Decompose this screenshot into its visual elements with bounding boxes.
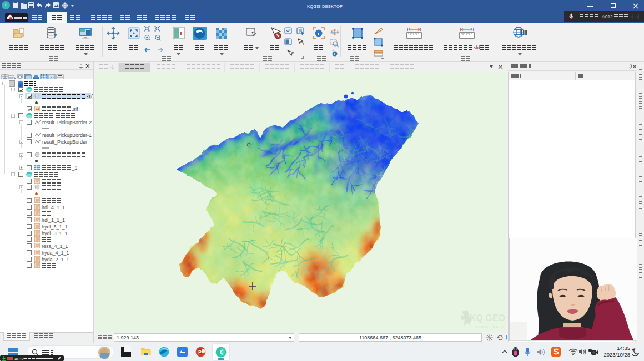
svg-text:KQ GEO: KQ GEO [470, 313, 505, 323]
svg-text:TECHNOLOGIES: TECHNOLOGIES [471, 324, 504, 329]
svg-text:P: P [198, 349, 202, 355]
